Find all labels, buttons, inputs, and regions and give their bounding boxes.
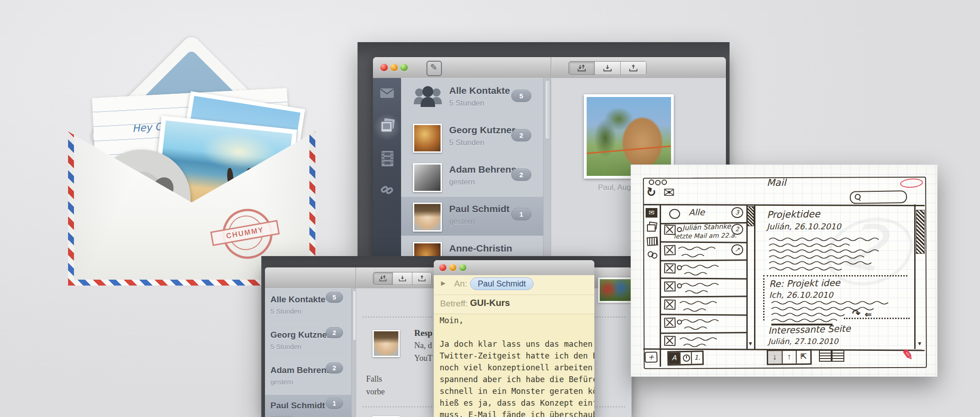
contact-row-georg-kutzner[interactable]: Georg Kutzner 5 Stunden 2 [401,117,543,157]
avatar-paul [413,203,442,232]
squiggle-line [681,319,722,323]
contact-list-scrollbar[interactable] [543,78,551,256]
sketch-reader-icon [819,350,844,362]
sketch-compose-pencil-icon: ✎ [901,346,915,363]
sync-arrows-icon [577,64,587,72]
body-line: Ja doch klar lass uns das machen. [440,339,594,351]
avatar-georg [413,124,442,153]
airmail-envelope-illustration: Hey Chummy! dass Wie geht es di Entwickl… [68,39,315,292]
sketch-sidebar-mail-selected: ✉ [646,208,657,218]
squiggle-line [683,343,708,348]
unread-badge: 2 [326,327,343,338]
scrollbar-thumb[interactable] [545,80,551,140]
film-icon [381,150,394,167]
sketch-row1-label: Alle [689,207,705,217]
unread-badge: 5 [326,292,343,303]
sketch-sort-one: 1. [692,352,702,364]
pencil-icon: ✎ [430,62,437,73]
disclosure-icon[interactable]: ▶ [441,280,446,286]
screenshot-canvas: Hey Chummy! dass Wie geht es di Entwickl… [0,0,980,417]
sketch-sort-a: A [669,352,680,364]
unread-badge: 2 [511,169,531,181]
squiggle-line [769,255,867,259]
contact-row-adam-behrens[interactable]: Adam Behrens gestern 2 [401,157,543,197]
squiggle-line [681,282,722,287]
sketch-upload-cell: ↑ [782,351,797,364]
minimize-button[interactable] [390,63,398,71]
subject-label: Betreff: [440,299,468,309]
horse-photo-image [587,97,671,176]
compose-button[interactable]: ✎ [426,61,442,76]
squiggle-line [680,301,723,305]
attachment-thumbnail [598,277,633,303]
fence-line [587,145,671,154]
message-title: Treff [414,415,432,417]
squiggle-line [769,261,876,265]
contact-row-georg-kutzner[interactable]: Georg Kutzner 5 Stunden 2 [265,324,351,359]
recipient-token[interactable]: Paul Schmidt [470,277,534,290]
unread-badge: 2 [511,129,531,141]
close-button[interactable] [439,264,446,271]
titlebar-divider [551,57,551,78]
compose-titlebar[interactable] [434,260,594,276]
contact-row-paul-schmidt[interactable]: Paul Schmidt gestern 1 [401,196,543,236]
sketch-row3-reply-badge: ↗ [731,244,743,255]
sketch-msg2-meta: Ich, 26.10.2010 [769,290,833,300]
sketch-checkbox [664,318,676,328]
receive-segment-button[interactable] [595,62,621,75]
message-line: YouT [414,354,432,363]
contact-row-anne-christin[interactable]: Anne-Christin Rose... 7 Tage [401,236,543,256]
sync-segment-button[interactable] [569,62,595,75]
send-segment-button[interactable] [412,272,431,285]
compose-body[interactable]: Moin, Ja doch klar lass uns das machen. … [440,316,594,417]
contact-row-adam-behrens[interactable]: Adam Behrens gestern 2 [265,359,351,395]
header-divider [434,295,594,295]
sketch-msg3-meta: Julián, 27.10.2010 [768,337,838,346]
squiggle-line [684,272,711,276]
sketch-row2-line2: letzte Mail am 22.a. [674,232,737,240]
unread-badge: 5 [511,90,531,102]
sketch-content-scrollbar-thumb [916,210,925,254]
sketch-msg3-title: Interessante Seite [768,323,851,336]
sketch-sidebar-line [660,204,661,367]
download-icon [603,64,612,72]
transfer-segmented-control [568,61,647,75]
photos-window-titlebar[interactable]: ✎ [373,57,726,78]
contact-row-paul-schmidt[interactable]: Paul Schmidt gestern 1 [265,394,351,417]
body-line: Moin, [440,316,594,328]
squiggle-line [681,264,725,269]
sketch-row2-name: Julián Stahnke [682,222,731,232]
sidebar-item-video[interactable] [381,150,394,169]
sidebar-item-photos[interactable] [380,118,395,135]
sync-arrows-icon [378,275,387,282]
sketch-list-scrollbar-thumb [747,206,754,226]
contact-row-alle-kontakte[interactable]: Alle Kontakte 5 Stunden 5 [401,78,543,118]
sketch-scroll-arrow: ▼ [748,340,753,347]
squiggle-line [769,267,842,271]
body-line [440,328,594,339]
sidebar-item-links[interactable] [380,183,394,199]
sketch-checkbox [664,336,676,346]
close-button[interactable] [380,63,388,71]
squiggle-line [771,301,889,305]
zoom-button[interactable] [400,63,408,71]
subject-value[interactable]: GUI-Kurs [470,298,510,308]
minimize-button[interactable] [449,264,456,271]
contact-row-alle-kontakte[interactable]: Alle Kontakte 5 Stunden 5 [265,288,351,324]
send-segment-button[interactable] [621,62,646,75]
app-sidebar [373,78,402,256]
compose-header: ▶ An: Paul Schmidt Betreff: GUI-Kurs [434,275,594,314]
sync-segment-button[interactable] [373,272,393,285]
sketch-checkbox [664,281,676,291]
sketch-list-scrollbar-line [754,204,755,349]
receive-segment-button[interactable] [393,272,412,285]
squiggle-line [685,290,710,294]
sketch-dotted-fragment [844,318,910,319]
compose-window: ▶ An: Paul Schmidt Betreff: GUI-Kurs Moi… [434,260,594,417]
sketch-content-scrollbar-line [914,204,916,349]
zoom-button[interactable] [459,264,466,271]
sketch-window-title: Mail [767,177,786,188]
sketch-sidebar-photos-icon [647,223,656,231]
sidebar-item-mail[interactable] [380,88,394,100]
sketch-sidebar-film-icon [647,237,658,246]
